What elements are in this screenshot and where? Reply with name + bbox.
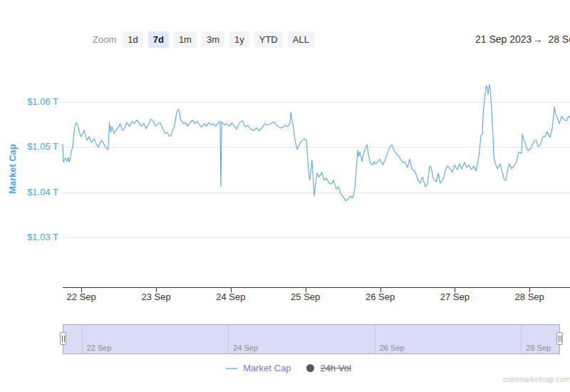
legend-item-market-cap[interactable]: Market Cap (226, 363, 291, 373)
y-axis-title: Market Cap (7, 98, 20, 240)
gridline-horizontal (63, 237, 570, 238)
navigator-handle-right[interactable] (556, 332, 563, 345)
zoom-button-1m[interactable]: 1m (174, 31, 197, 48)
watermark: coinmarketcap.com (503, 375, 570, 383)
legend-item-24h-vol[interactable]: 24h Vol (306, 363, 351, 373)
zoom-button-1d[interactable]: 1d (123, 31, 142, 48)
x-tick-label: 24 Sep (209, 292, 252, 302)
range-arrow-icon: → (532, 33, 542, 45)
x-tick-label: 27 Sep (433, 292, 476, 302)
x-tick-label: 26 Sep (359, 292, 402, 302)
chart-toolbar: Zoom 1d7d1m3m1yYTDALL (93, 31, 319, 48)
zoom-button-7d[interactable]: 7d (148, 31, 169, 48)
navigator-scrollbar[interactable]: 22 Sep24 Sep26 Sep28 Sep (63, 324, 560, 354)
navigator-handle-left[interactable] (60, 332, 66, 345)
zoom-label: Zoom (93, 34, 116, 45)
legend-label: 24h Vol (320, 363, 351, 373)
date-range-display[interactable]: 21 Sep 2023→28 Sep 2023 (475, 33, 570, 45)
gridline-horizontal (63, 147, 570, 148)
zoom-button-group: 1d7d1m3m1yYTDALL (123, 31, 319, 48)
zoom-button-all[interactable]: ALL (288, 31, 314, 48)
legend: Market Cap 24h Vol (0, 363, 570, 373)
range-from[interactable]: 21 Sep 2023 (475, 33, 532, 45)
y-tick-label: $1.04 T (7, 187, 58, 197)
range-to[interactable]: 28 Sep 2023 (548, 33, 570, 45)
x-tick-label: 25 Sep (284, 292, 327, 302)
navigator-gridline (521, 325, 522, 354)
navigator-tick-label: 24 Sep (233, 344, 258, 352)
x-tick-label: 23 Sep (135, 292, 177, 302)
navigator-gridline (82, 325, 83, 354)
y-tick-label: $1.03 T (7, 232, 58, 242)
x-tick-label: 28 Sep (508, 292, 551, 302)
gridline-horizontal (63, 102, 570, 103)
navigator-tick-label: 22 Sep (87, 344, 112, 352)
x-tick-label: 22 Sep (60, 292, 103, 302)
line-swatch-icon (226, 368, 237, 369)
x-axis-line (63, 287, 570, 288)
navigator-gridline (228, 325, 229, 354)
legend-label: Market Cap (243, 363, 291, 373)
market-cap-chart: Zoom 1d7d1m3m1yYTDALL 21 Sep 2023→28 Sep… (0, 0, 570, 392)
zoom-button-1y[interactable]: 1y (229, 31, 249, 48)
navigator-tick-label: 28 Sep (526, 344, 551, 352)
y-tick-label: $1.06 T (7, 96, 58, 107)
circle-swatch-icon (306, 364, 314, 372)
navigator-gridline (375, 325, 375, 354)
y-tick-label: $1.05 T (7, 141, 58, 152)
zoom-button-ytd[interactable]: YTD (254, 31, 283, 48)
zoom-button-3m[interactable]: 3m (202, 31, 224, 48)
gridline-horizontal (63, 192, 570, 193)
navigator-tick-label: 26 Sep (380, 344, 405, 352)
